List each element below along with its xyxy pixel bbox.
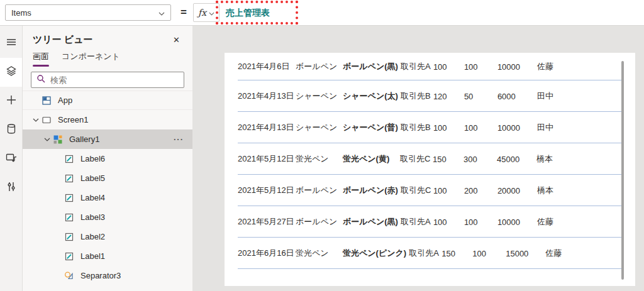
cell-client[interactable]: 取引先C — [401, 185, 433, 196]
tree-item-label2[interactable]: Label2 — [23, 227, 192, 246]
chevron-down-icon[interactable] — [30, 118, 42, 122]
cell-unit-price[interactable]: 100 — [433, 123, 464, 133]
tab-screens[interactable]: 画面 — [33, 51, 49, 67]
rail-hamburger-menu-button[interactable] — [0, 29, 22, 58]
cell-category[interactable]: ボールペン — [296, 61, 343, 72]
cell-quantity[interactable]: 300 — [464, 155, 497, 164]
cell-product[interactable]: ボールペン(黒) — [343, 216, 401, 228]
close-icon[interactable]: ✕ — [170, 34, 182, 46]
tree-item-label: Label6 — [80, 154, 105, 163]
cell-unit-price[interactable]: 120 — [433, 92, 464, 101]
more-options-icon[interactable]: ··· — [174, 135, 184, 144]
cell-product[interactable]: ボールペン(赤) — [343, 185, 401, 196]
cell-category[interactable]: シャーペン — [296, 122, 343, 133]
tree-item-label3[interactable]: Label3 — [23, 207, 192, 227]
tree-item-label: Label4 — [80, 193, 105, 202]
tree-item-label6[interactable]: Label6 — [23, 149, 192, 168]
cell-category[interactable]: 蛍光ペン — [296, 248, 343, 259]
cell-person[interactable]: 佐藤 — [537, 216, 553, 228]
chevron-down-icon[interactable] — [42, 138, 53, 141]
cell-quantity[interactable]: 100 — [464, 62, 497, 72]
cell-date[interactable]: 2021年5月12日 — [238, 153, 296, 165]
cell-amount[interactable]: 10000 — [497, 62, 537, 72]
property-selector[interactable]: Items — [5, 4, 171, 21]
cell-person[interactable]: 橋本 — [537, 185, 553, 196]
formula-input[interactable]: 売上管理表 — [221, 0, 270, 26]
cell-quantity[interactable]: 100 — [464, 217, 497, 227]
tree-item-gallery1[interactable]: Gallery1··· — [23, 129, 192, 149]
label-icon — [64, 212, 74, 222]
cell-person[interactable]: 佐藤 — [545, 248, 562, 259]
cell-quantity[interactable]: 50 — [464, 92, 497, 101]
cell-person[interactable]: 田中 — [537, 122, 553, 133]
cell-client[interactable]: 取引先A — [401, 216, 433, 228]
cell-quantity[interactable]: 100 — [472, 249, 506, 258]
cell-amount[interactable]: 45000 — [497, 155, 536, 164]
cell-product[interactable]: シャーペン(普) — [343, 122, 401, 133]
tree-item-label: Label2 — [80, 232, 105, 241]
gallery-row: 2021年5月12日蛍光ペン蛍光ペン(黄)取引先C15030045000橋本 — [225, 143, 635, 175]
media-icon — [5, 151, 18, 167]
cell-quantity[interactable]: 100 — [464, 123, 497, 133]
cell-unit-price[interactable]: 150 — [433, 155, 464, 164]
cell-client[interactable]: 取引先B — [401, 91, 433, 102]
cell-unit-price[interactable]: 100 — [433, 186, 464, 195]
cell-amount[interactable]: 10000 — [497, 217, 537, 227]
rail-tree-view-button[interactable] — [0, 58, 22, 87]
cell-amount[interactable]: 15000 — [506, 249, 545, 258]
cell-date[interactable]: 2021年4月6日 — [238, 61, 296, 72]
cell-product[interactable]: 蛍光ペン(黄) — [343, 153, 400, 165]
cell-client[interactable]: 取引先A — [409, 248, 441, 259]
cell-product[interactable]: ボールペン(黒) — [343, 61, 401, 72]
cell-person[interactable]: 橋本 — [536, 153, 553, 165]
cell-person[interactable]: 田中 — [537, 91, 553, 102]
tree-item-label4[interactable]: Label4 — [23, 188, 192, 207]
cell-unit-price[interactable]: 150 — [441, 249, 472, 258]
cell-category[interactable]: シャーペン — [296, 91, 343, 102]
left-rail — [0, 26, 23, 291]
property-selector-value: Items — [11, 8, 31, 18]
cell-date[interactable]: 2021年5月27日 — [238, 216, 296, 228]
cell-client[interactable]: 取引先B — [401, 122, 433, 133]
tree-item-screen1[interactable]: Screen1 — [23, 110, 192, 129]
tab-components[interactable]: コンポーネント — [62, 51, 120, 67]
screen-icon — [42, 115, 52, 125]
gallery-scrollbar[interactable] — [621, 61, 624, 280]
cell-unit-price[interactable]: 100 — [433, 62, 464, 72]
cell-date[interactable]: 2021年4月13日 — [238, 122, 296, 133]
hamburger-menu-icon — [6, 36, 17, 50]
rail-insert-plus-button[interactable] — [0, 87, 22, 116]
tree-item-label: Label3 — [80, 212, 105, 222]
cell-date[interactable]: 2021年6月16日 — [238, 248, 296, 259]
rail-media-button[interactable] — [0, 145, 22, 173]
cell-product[interactable]: 蛍光ペン(ピンク) — [343, 248, 409, 259]
cell-client[interactable]: 取引先A — [401, 61, 433, 72]
cell-client[interactable]: 取引先C — [400, 153, 433, 165]
cell-unit-price[interactable]: 100 — [433, 217, 464, 227]
gallery-row: 2021年5月27日ボールペンボールペン(黒)取引先A10010010000佐藤 — [225, 206, 635, 238]
search-input[interactable] — [49, 75, 179, 85]
tree-item-label1[interactable]: Label1 — [23, 246, 192, 266]
rail-data-button[interactable] — [0, 116, 22, 145]
tree-item-app[interactable]: App — [23, 91, 192, 110]
fx-dropdown[interactable]: ƒx — [193, 3, 219, 22]
cell-amount[interactable]: 10000 — [497, 123, 537, 133]
formula-text: 売上管理表 — [226, 8, 270, 19]
panel-title: ツリー ビュー — [33, 34, 93, 46]
gallery-rows: 2021年4月6日ボールペンボールペン(黒)取引先A10010010000佐藤2… — [225, 53, 635, 269]
data-icon — [6, 123, 17, 137]
cell-category[interactable]: 蛍光ペン — [296, 153, 343, 165]
cell-amount[interactable]: 6000 — [497, 92, 537, 101]
tree-item-label5[interactable]: Label5 — [23, 168, 192, 188]
rail-advanced-tools-button[interactable] — [0, 173, 22, 202]
cell-date[interactable]: 2021年4月13日 — [238, 91, 296, 102]
cell-product[interactable]: シャーペン(太) — [343, 91, 401, 102]
cell-amount[interactable]: 20000 — [497, 186, 537, 195]
tree-view-panel: ツリー ビュー ✕ 画面 コンポーネント AppScreen1Gallery1·… — [23, 26, 192, 291]
cell-category[interactable]: ボールペン — [296, 216, 343, 228]
cell-person[interactable]: 佐藤 — [537, 61, 553, 72]
tree-item-separator3[interactable]: Separator3 — [23, 266, 192, 285]
cell-category[interactable]: ボールペン — [296, 185, 343, 196]
cell-date[interactable]: 2021年5月12日 — [238, 185, 296, 196]
cell-quantity[interactable]: 200 — [464, 186, 497, 195]
